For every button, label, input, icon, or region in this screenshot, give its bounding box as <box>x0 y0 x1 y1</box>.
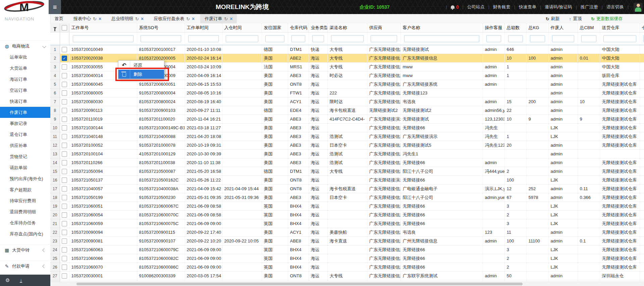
column-header-渠道名称[interactable]: 渠道名称 <box>327 23 367 32</box>
table-row[interactable]: 710537200800308105372008000242020-08-19 … <box>50 97 644 106</box>
table-row[interactable]: 1210537201000529105372010000782020-10-19… <box>50 141 644 150</box>
sidebar-item-库存盘点(国内仓)[interactable]: 库存盘点(国内仓) <box>0 228 50 239</box>
table-row[interactable]: 510537200600459105372006000512020-06-15 … <box>50 80 644 89</box>
row-checkbox[interactable] <box>62 169 67 174</box>
table-row[interactable]: 1810537210501999105372105002302021-05-31… <box>50 193 644 202</box>
filter-input-操作客服[interactable] <box>486 35 501 42</box>
row-checkbox[interactable] <box>62 265 67 270</box>
horizontal-scrollbar[interactable] <box>50 282 644 286</box>
sidebar-section-电商物流[interactable]: ◍电商物流 <box>0 40 50 52</box>
top-link-邀请码/验证码[interactable]: 邀请码/验证码 <box>545 4 572 10</box>
select-all-checkbox[interactable] <box>60 23 69 32</box>
table-row[interactable]: 2310537200900819105372009001072020-09-22… <box>50 237 644 245</box>
sidebar-toggle-button[interactable]: ≡ <box>49 0 61 14</box>
context-menu-item-删除[interactable]: 删除 <box>118 70 164 79</box>
filter-input-总KG[interactable] <box>530 35 545 42</box>
row-checkbox[interactable] <box>62 177 67 183</box>
filter-input-入仓时间[interactable] <box>226 35 258 42</box>
row-checkbox[interactable] <box>62 160 67 165</box>
top-link-语言切换[interactable]: 语言切换 <box>606 4 624 10</box>
sidebar-item-退回费用明细[interactable]: 退回费用明细 <box>0 206 50 217</box>
table-row[interactable]: 2710537200300019100862003003392020-03-05… <box>50 272 644 280</box>
sidebar-item-货物登记[interactable]: 货物登记 <box>0 151 50 162</box>
sidebar-item-事故记录[interactable]: 事故记录 <box>0 118 50 129</box>
table-row[interactable]: 101053721030144810537210300149C-B12021-0… <box>50 124 644 132</box>
row-checkbox[interactable] <box>62 117 67 122</box>
action-更新数据缓存[interactable]: ↻更新数据缓存 <box>591 16 623 22</box>
company-logo[interactable]: M <box>0 0 49 14</box>
sidebar-item-运单审批[interactable]: 运单审批 <box>0 52 50 63</box>
filter-button[interactable] <box>50 23 60 32</box>
row-checkbox[interactable] <box>62 108 67 113</box>
top-link-推广注册[interactable]: 推广注册 <box>581 4 598 10</box>
filter-input-作废人[interactable] <box>552 35 574 42</box>
top-link-快速查单[interactable]: 快速查单 <box>519 4 536 10</box>
row-checkbox[interactable] <box>62 204 67 209</box>
row-checkbox[interactable]: ✓ <box>62 56 67 61</box>
filter-input-供应商[interactable] <box>371 35 397 42</box>
download-icon[interactable]: ↓ <box>20 278 22 283</box>
column-header-业务类型[interactable]: 业务类型 <box>309 23 327 32</box>
sidebar-item-预约出库(海外仓)[interactable]: 预约出库(海外仓) <box>0 173 50 184</box>
action-置顶[interactable]: ↑置顶 <box>569 16 582 22</box>
column-header-仓库代码[interactable]: 仓库代码 <box>288 23 309 32</box>
column-header-系统SO号[interactable]: 系统SO号 <box>137 23 184 32</box>
gear-icon[interactable]: ⚙ <box>5 277 10 283</box>
column-header-操作客服[interactable]: 操作客服 <box>483 23 504 32</box>
sidebar-item-请款单据[interactable]: 请款单据 <box>0 162 50 173</box>
filter-input-系统SO号[interactable] <box>141 35 181 42</box>
sidebar-item-作废订单[interactable]: 作废订单 <box>0 107 50 118</box>
notifications-button[interactable]: 0 <box>451 4 459 10</box>
row-checkbox[interactable] <box>62 90 67 96</box>
table-row[interactable]: 241053721060063810537210600079C2021-06-0… <box>50 245 644 254</box>
tab-报表中心[interactable]: 报表中心↻× <box>69 14 106 23</box>
sidebar-item-大货运单[interactable]: 大货运单 <box>0 63 50 74</box>
column-header-发往国家[interactable]: 发往国家 <box>262 23 288 32</box>
row-checkbox[interactable] <box>62 151 67 157</box>
sidebar-item-仓库待办任务[interactable]: 仓库待办任务 <box>0 217 50 228</box>
tab-refresh-icon[interactable]: ↻ <box>224 16 228 21</box>
filter-input-工作单号[interactable] <box>73 35 133 42</box>
row-checkbox[interactable] <box>62 125 67 131</box>
filter-input-渠道名称[interactable] <box>331 35 364 42</box>
tab-首页[interactable]: 首页 <box>50 14 68 23</box>
column-header-客户名称[interactable]: 客户名称 <box>400 23 483 32</box>
row-checkbox[interactable] <box>62 99 67 104</box>
tab-总业绩明细[interactable]: 总业绩明细↻× <box>107 14 148 23</box>
sidebar-item-退仓订单[interactable]: 退仓订单 <box>0 129 50 140</box>
table-row[interactable]: 610537200800059105372008000042020-08-05 … <box>50 89 644 97</box>
tab-refresh-icon[interactable]: ↻ <box>186 16 190 21</box>
table-row[interactable]: 251053721060066810537210600082C2021-06-0… <box>50 254 644 263</box>
table-row[interactable]: 261053721060070810537210600086C2021-06-0… <box>50 263 644 272</box>
column-header-总CBM[interactable]: 总CBM <box>578 23 600 32</box>
row-checkbox[interactable] <box>62 47 67 52</box>
column-header-入仓时间[interactable]: 入仓时间 <box>222 23 262 32</box>
row-checkbox[interactable] <box>62 143 67 148</box>
tab-refresh-icon[interactable]: ↻ <box>93 16 97 21</box>
sidebar-item-待审应付费用[interactable]: 待审应付费用 <box>0 195 50 206</box>
row-checkbox[interactable] <box>62 64 67 70</box>
filter-input-送货仓库[interactable] <box>603 35 636 42</box>
row-checkbox[interactable] <box>62 186 67 192</box>
sidebar-section-大货中转[interactable]: ▦大货中转 <box>0 244 50 256</box>
filter-input-仓库代码[interactable] <box>291 35 305 42</box>
row-checkbox[interactable] <box>62 212 67 218</box>
row-checkbox[interactable] <box>62 195 67 200</box>
filter-input-客户名称[interactable] <box>404 35 479 42</box>
horizontal-scrollbar-thumb[interactable] <box>76 283 523 285</box>
table-row[interactable]: 910537201100198105372011000202020-11-04 … <box>50 115 644 124</box>
table-row[interactable]: 201053721060054810537210600070C2021-06-0… <box>50 211 644 219</box>
table-row[interactable]: 110537200100498105372001000172020-01-10 … <box>50 45 644 54</box>
table-row[interactable]: 1410537201102668105372011000382020-11-10… <box>50 158 644 167</box>
column-header-送货仓库[interactable]: 送货仓库 <box>600 23 640 32</box>
sidebar-item-海运订单[interactable]: 海运订单 <box>0 74 50 85</box>
filter-input-总箱数[interactable] <box>508 35 523 42</box>
table-row[interactable]: 171053721040057910537210400038A2021-04-0… <box>50 185 644 193</box>
filter-input-工作单时间[interactable] <box>188 35 219 42</box>
column-header-工作单号[interactable]: 工作单号 <box>69 23 137 32</box>
row-checkbox[interactable] <box>62 230 67 235</box>
filter-input-业务类型[interactable] <box>312 35 324 42</box>
column-header-总箱数[interactable]: 总箱数 <box>504 23 526 32</box>
column-header-作废人[interactable]: 作废人 <box>548 23 578 32</box>
row-checkbox[interactable] <box>62 73 67 78</box>
